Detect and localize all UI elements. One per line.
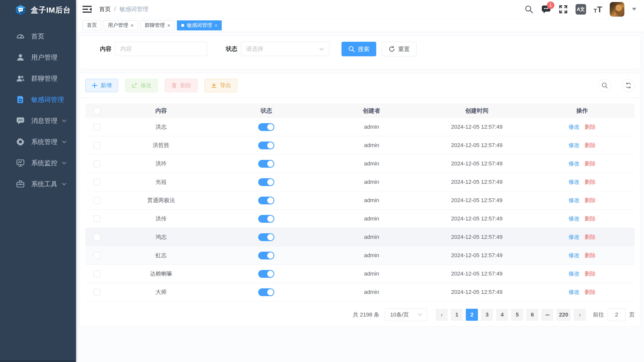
edit-button[interactable]: 修改 [125, 79, 158, 92]
row-edit-link[interactable]: 修改 [569, 252, 580, 258]
row-delete-link[interactable]: 删除 [585, 160, 596, 167]
table-row[interactable]: 贯通两极法admin2024-12-05 12:57:49修改删除 [85, 191, 635, 210]
row-checkbox[interactable] [94, 252, 100, 259]
table-row[interactable]: 达赖喇嘛admin2024-12-05 12:57:49修改删除 [85, 265, 635, 283]
tab-close-icon[interactable]: × [167, 23, 170, 28]
app-logo[interactable]: 盒子IM后台 [0, 0, 76, 20]
reset-button[interactable]: 重置 [382, 42, 416, 56]
status-toggle[interactable] [258, 178, 274, 186]
fullscreen-icon[interactable] [558, 5, 568, 14]
row-delete-link[interactable]: 删除 [585, 289, 596, 295]
table-row[interactable]: 虹志admin2024-12-05 12:57:49修改删除 [85, 246, 635, 265]
page-button-4[interactable]: 4 [496, 309, 508, 321]
page-button-5[interactable]: 5 [511, 309, 523, 321]
tab-3[interactable]: 敏感词管理× [177, 20, 222, 30]
tab-2[interactable]: 群聊管理× [140, 20, 175, 30]
table-body: 洪志admin2024-12-05 12:57:49修改删除洪哲胜admin20… [85, 118, 635, 301]
caret-down-icon[interactable] [632, 8, 636, 11]
row-edit-link[interactable]: 修改 [569, 289, 580, 295]
tab-close-icon[interactable]: × [214, 23, 217, 28]
row-edit-link[interactable]: 修改 [569, 234, 580, 240]
avatar[interactable] [610, 2, 624, 17]
toggle-search-icon-button[interactable] [598, 79, 611, 92]
row-delete-link[interactable]: 删除 [585, 197, 596, 203]
status-toggle[interactable] [258, 288, 274, 296]
row-edit-link[interactable]: 修改 [569, 124, 580, 130]
row-edit-link[interactable]: 修改 [569, 270, 580, 277]
row-edit-link[interactable]: 修改 [569, 215, 580, 222]
sidebar-item-4[interactable]: 消息管理 [0, 110, 76, 131]
tab-1[interactable]: 用户管理× [104, 20, 138, 30]
language-icon[interactable]: A文 [576, 4, 586, 15]
table-row[interactable]: 洪志admin2024-12-05 12:57:49修改删除 [85, 118, 635, 136]
row-delete-link[interactable]: 删除 [585, 124, 596, 130]
status-toggle[interactable] [258, 252, 274, 259]
sidebar-item-2[interactable]: 群聊管理 [0, 68, 76, 89]
row-checkbox[interactable] [94, 124, 100, 130]
table-row[interactable]: 洪传admin2024-12-05 12:57:49修改删除 [85, 210, 635, 228]
next-page-button[interactable]: › [574, 309, 586, 321]
page-button-220[interactable]: 220 [556, 309, 571, 321]
status-toggle[interactable] [258, 270, 274, 278]
sidebar-item-5[interactable]: 系统管理 [0, 131, 76, 152]
page-button-2[interactable]: 2 [466, 309, 478, 321]
row-checkbox[interactable] [94, 270, 100, 277]
prev-page-button[interactable]: ‹ [436, 309, 448, 321]
created-at-cell: 2024-12-05 12:57:49 [424, 234, 529, 240]
table-row[interactable]: 光祖admin2024-12-05 12:57:49修改删除 [85, 173, 635, 191]
status-toggle[interactable] [258, 197, 274, 204]
search-button[interactable]: 搜索 [342, 42, 376, 56]
page-button-1[interactable]: 1 [451, 309, 463, 321]
row-edit-link[interactable]: 修改 [569, 142, 580, 148]
table-row[interactable]: 鸿志admin2024-12-05 12:57:49修改删除 [85, 228, 635, 246]
row-checkbox[interactable] [94, 234, 100, 241]
row-checkbox[interactable] [94, 142, 100, 149]
font-size-icon[interactable]: TT [594, 5, 602, 14]
search-icon[interactable] [524, 5, 534, 14]
row-delete-link[interactable]: 删除 [585, 215, 596, 222]
page-size-select[interactable]: 10条/页 [385, 308, 427, 321]
row-checkbox[interactable] [94, 215, 100, 222]
tab-0[interactable]: 首页 [83, 20, 101, 30]
page-ellipsis-button[interactable]: ••• [541, 309, 553, 321]
status-toggle[interactable] [258, 142, 274, 149]
row-delete-link[interactable]: 删除 [585, 252, 596, 258]
row-delete-link[interactable]: 删除 [585, 270, 596, 277]
export-button[interactable]: 导出 [205, 79, 237, 92]
status-toggle[interactable] [258, 160, 274, 168]
row-delete-link[interactable]: 删除 [585, 179, 596, 185]
status-toggle[interactable] [258, 233, 274, 241]
add-button[interactable]: 新增 [85, 79, 118, 92]
messages-icon[interactable]: 1 [541, 5, 551, 14]
status-toggle[interactable] [258, 123, 274, 131]
sidebar-collapse-icon[interactable] [83, 6, 92, 13]
goto-page-input[interactable] [608, 308, 626, 321]
status-select[interactable]: 请选择 [241, 42, 329, 56]
delete-button[interactable]: 删除 [165, 79, 198, 92]
row-delete-link[interactable]: 删除 [585, 142, 596, 148]
sidebar-item-1[interactable]: 用户管理 [0, 47, 76, 68]
refresh-icon-button[interactable] [622, 79, 635, 92]
row-edit-link[interactable]: 修改 [569, 160, 580, 167]
content-input[interactable] [115, 42, 207, 56]
select-all-checkbox[interactable] [94, 108, 100, 114]
row-edit-link[interactable]: 修改 [569, 179, 580, 185]
row-checkbox[interactable] [94, 289, 100, 296]
status-toggle[interactable] [258, 215, 274, 223]
sidebar-item-0[interactable]: 首页 [0, 26, 76, 47]
table-row[interactable]: 洪吟admin2024-12-05 12:57:49修改删除 [85, 155, 635, 173]
tab-close-icon[interactable]: × [131, 23, 134, 28]
sidebar-item-7[interactable]: 系统工具 [0, 173, 76, 195]
sidebar-item-6[interactable]: 系统监控 [0, 152, 76, 173]
page-button-6[interactable]: 6 [526, 309, 538, 321]
page-button-3[interactable]: 3 [481, 309, 493, 321]
row-checkbox[interactable] [94, 197, 100, 204]
sidebar-item-3[interactable]: 敏感词管理 [0, 89, 76, 110]
row-edit-link[interactable]: 修改 [569, 197, 580, 203]
table-row[interactable]: 大师admin2024-12-05 12:57:49修改删除 [85, 283, 635, 301]
row-checkbox[interactable] [94, 160, 100, 167]
row-delete-link[interactable]: 删除 [585, 234, 596, 240]
table-row[interactable]: 洪哲胜admin2024-12-05 12:57:49修改删除 [85, 136, 635, 155]
row-checkbox[interactable] [94, 179, 100, 186]
breadcrumb-home[interactable]: 首页 [99, 5, 111, 13]
